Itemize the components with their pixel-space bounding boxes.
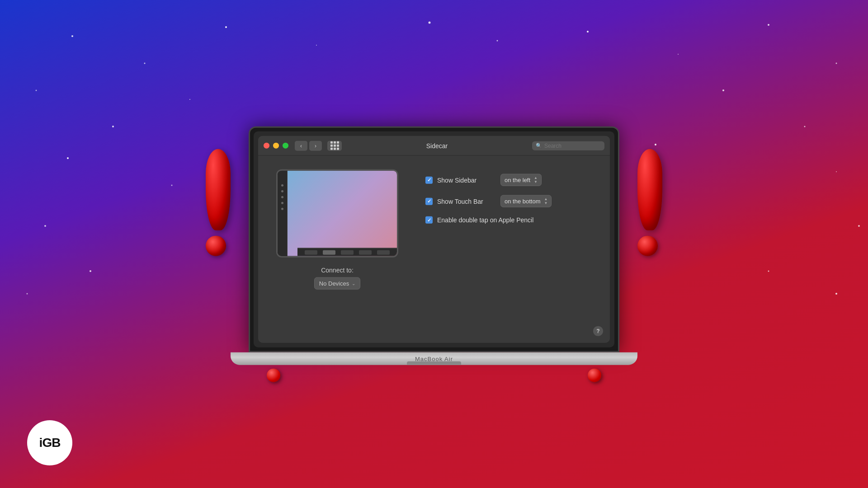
- touchbar-position-value: on the bottom: [505, 198, 541, 205]
- grid-icon: [330, 141, 339, 150]
- svg-point-21: [27, 293, 28, 295]
- svg-point-1: [144, 63, 146, 64]
- search-bar[interactable]: 🔍: [532, 141, 604, 150]
- svg-point-19: [44, 225, 46, 227]
- svg-point-13: [67, 157, 69, 159]
- svg-point-0: [71, 35, 73, 37]
- apple-pencil-checkbox[interactable]: ✓: [425, 216, 433, 224]
- sidebar-position-select[interactable]: on the left ▲ ▼: [500, 174, 542, 186]
- show-touchbar-checkbox[interactable]: ✓: [425, 197, 433, 205]
- maximize-button[interactable]: [283, 143, 288, 149]
- titlebar: ‹ ›: [258, 136, 610, 156]
- stepper-down-icon: ▼: [544, 202, 548, 205]
- igb-text: iGB: [39, 436, 61, 450]
- minimize-button[interactable]: [273, 143, 279, 149]
- window-title: Sidecar: [345, 142, 528, 149]
- touch-bar-item: [377, 250, 390, 254]
- ipad-preview-section: Connect to: No Devices ⌄: [276, 169, 398, 329]
- touch-bar-item: [305, 250, 317, 254]
- apple-pencil-row: ✓ Enable double tap on Apple Pencil: [425, 216, 552, 224]
- exclamation-right: [637, 149, 662, 258]
- sidebar-dot: [281, 196, 283, 198]
- igb-logo: iGB: [27, 420, 72, 465]
- macbook-screen-inner: ‹ ›: [254, 131, 614, 347]
- svg-point-16: [804, 126, 806, 127]
- ipad-touch-bar: [297, 248, 397, 256]
- search-icon: 🔍: [536, 143, 542, 149]
- svg-point-24: [835, 293, 837, 295]
- sidebar-dot: [281, 202, 283, 204]
- sidecar-window: ‹ ›: [258, 136, 610, 343]
- svg-point-17: [655, 144, 656, 145]
- checkmark-icon: ✓: [427, 177, 431, 183]
- svg-point-6: [587, 31, 589, 33]
- content-area: Connect to: No Devices ⌄ ✓: [258, 156, 610, 343]
- show-sidebar-row: ✓ Show Sidebar on the left ▲ ▼: [425, 174, 552, 186]
- svg-point-5: [497, 40, 498, 42]
- nav-buttons: ‹ ›: [295, 141, 322, 150]
- sidebar-dot: [281, 184, 283, 187]
- search-input[interactable]: [544, 142, 601, 149]
- svg-point-4: [429, 22, 431, 24]
- svg-point-15: [722, 89, 724, 91]
- show-touchbar-label: Show Touch Bar: [437, 197, 496, 205]
- stepper-up-icon: ▲: [534, 176, 538, 180]
- forward-button[interactable]: ›: [309, 141, 322, 150]
- red-ball-right: [588, 369, 601, 382]
- apple-pencil-label: Enable double tap on Apple Pencil: [437, 216, 533, 224]
- red-ball-left: [267, 369, 280, 382]
- macbook-wrapper: ‹ ›: [231, 127, 637, 382]
- show-sidebar-label: Show Sidebar: [437, 176, 496, 183]
- touch-bar-item: [359, 250, 372, 254]
- macbook-screen: ‹ ›: [249, 127, 619, 352]
- svg-point-12: [189, 99, 190, 100]
- checkmark-icon: ✓: [427, 198, 431, 204]
- svg-point-11: [112, 126, 114, 127]
- no-devices-dropdown[interactable]: No Devices ⌄: [314, 277, 360, 290]
- svg-point-8: [768, 24, 769, 26]
- stepper-down-icon: ▼: [534, 180, 538, 184]
- exclamation-left: [206, 149, 231, 258]
- settings-panel: ✓ Show Sidebar on the left ▲ ▼: [425, 169, 552, 329]
- show-touchbar-row: ✓ Show Touch Bar on the bottom ▲ ▼: [425, 195, 552, 207]
- touchbar-stepper: ▲ ▼: [544, 197, 548, 205]
- sidebar-dot: [281, 208, 283, 210]
- ipad-screen: [288, 171, 397, 256]
- svg-point-3: [316, 45, 317, 46]
- svg-point-9: [836, 63, 837, 64]
- close-button[interactable]: [264, 143, 269, 149]
- stepper-up-icon: ▲: [544, 197, 548, 201]
- sidebar-stepper: ▲ ▼: [534, 176, 538, 184]
- back-button[interactable]: ‹: [295, 141, 307, 150]
- sidebar-dot: [281, 190, 283, 192]
- dropdown-arrow-icon: ⌄: [352, 281, 355, 286]
- svg-point-2: [225, 26, 227, 28]
- svg-point-20: [858, 225, 860, 227]
- svg-point-22: [90, 270, 91, 272]
- connect-section: Connect to: No Devices ⌄: [314, 267, 360, 290]
- connect-label: Connect to:: [314, 267, 360, 274]
- ipad-sidebar: [278, 171, 288, 256]
- svg-point-23: [768, 271, 769, 272]
- macbook-base: MacBook Air: [231, 352, 637, 365]
- macbook-notch: [407, 361, 461, 365]
- svg-point-14: [171, 185, 173, 186]
- touchbar-position-select[interactable]: on the bottom ▲ ▼: [500, 195, 552, 207]
- touch-bar-item: [323, 250, 335, 254]
- ipad-frame: [276, 169, 398, 258]
- show-sidebar-checkbox[interactable]: ✓: [425, 176, 433, 183]
- help-button[interactable]: ?: [593, 326, 603, 336]
- svg-point-7: [678, 54, 679, 55]
- grid-button[interactable]: [327, 141, 342, 150]
- checkmark-icon: ✓: [427, 217, 431, 223]
- svg-point-18: [836, 171, 837, 172]
- bottom-balls: [231, 369, 637, 382]
- no-devices-text: No Devices: [319, 280, 349, 287]
- svg-point-10: [36, 90, 37, 91]
- sidebar-position-value: on the left: [505, 177, 530, 183]
- touch-bar-item: [341, 250, 354, 254]
